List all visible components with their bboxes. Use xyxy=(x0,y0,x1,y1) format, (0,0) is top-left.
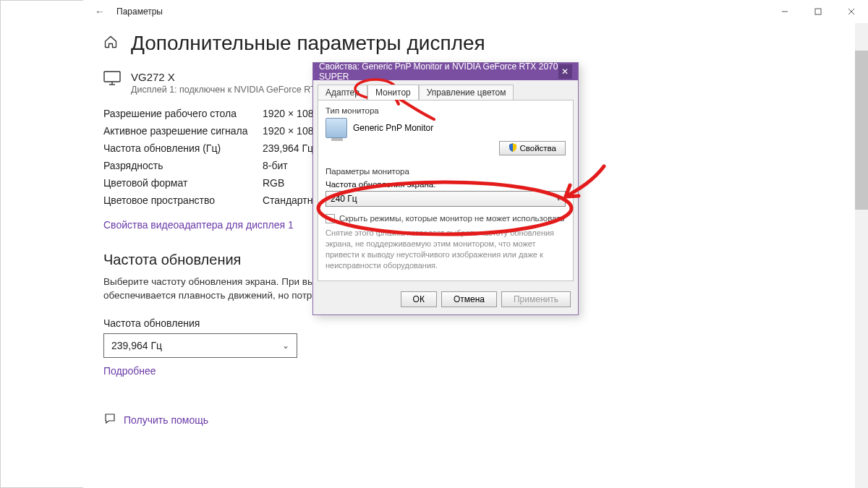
minimize-button[interactable] xyxy=(768,0,801,23)
info-label: Разрядность xyxy=(103,160,263,171)
monitor-icon xyxy=(103,71,121,95)
page-title: Дополнительные параметры дисплея xyxy=(131,32,485,55)
tab-adapter[interactable]: Адаптер xyxy=(318,85,367,100)
info-value: 1920 × 1080 xyxy=(263,108,319,119)
info-value: RGB xyxy=(263,177,284,189)
monitor-params-group: Параметры монитора xyxy=(326,167,566,176)
dialog-close-button[interactable]: ✕ xyxy=(558,64,572,79)
device-properties-button[interactable]: Свойства xyxy=(499,141,566,155)
hide-modes-hint: Снятие этого флажка позволяет выбрать ча… xyxy=(326,228,566,270)
chat-bubble-icon xyxy=(103,412,116,428)
tab-color-management[interactable]: Управление цветом xyxy=(419,85,514,100)
back-button[interactable]: ← xyxy=(83,6,116,17)
info-value: 1920 × 1080 xyxy=(263,125,319,137)
apply-button[interactable]: Применить xyxy=(501,291,571,307)
monitor-device-icon xyxy=(326,118,347,138)
settings-titlebar: ← Параметры xyxy=(83,0,868,23)
dropdown-arrow-icon: ▾ xyxy=(557,195,561,202)
get-help-link[interactable]: Получить помощь xyxy=(124,414,208,426)
ok-button[interactable]: ОК xyxy=(401,291,437,307)
screen-refresh-dropdown[interactable]: 240 Гц ▾ xyxy=(326,191,566,207)
info-label: Частота обновления (Гц) xyxy=(103,142,263,154)
more-link[interactable]: Подробнее xyxy=(103,365,156,377)
tab-monitor[interactable]: Монитор xyxy=(367,85,419,100)
monitor-type-group: Тип монитора xyxy=(326,106,566,115)
info-value: 8-бит xyxy=(263,160,288,171)
screen-refresh-label: Частота обновления экрана: xyxy=(326,180,566,189)
info-label: Разрешение рабочего стола xyxy=(103,108,263,119)
monitor-device-name: Generic PnP Monitor xyxy=(353,123,433,133)
chevron-down-icon: ⌄ xyxy=(282,341,289,351)
svg-rect-1 xyxy=(815,9,821,14)
info-label: Активное разрешение сигнала xyxy=(103,125,263,137)
refresh-rate-combo[interactable]: 239,964 Гц ⌄ xyxy=(103,333,297,358)
refresh-combo-value: 239,964 Гц xyxy=(111,340,162,351)
screen-refresh-value: 240 Гц xyxy=(331,194,357,204)
refresh-combo-label: Частота обновления xyxy=(103,317,832,329)
info-label: Цветовой формат xyxy=(103,177,263,189)
info-value: 239,964 Гц xyxy=(263,142,313,154)
hide-modes-label: Скрыть режимы, которые монитор не может … xyxy=(339,214,565,223)
info-label: Цветовое пространство xyxy=(103,194,263,206)
uac-shield-icon xyxy=(509,143,517,153)
monitor-properties-dialog: Свойства: Generic PnP Monitor и NVIDIA G… xyxy=(312,62,579,315)
hide-modes-checkbox[interactable] xyxy=(326,214,335,223)
scrollbar-thumb[interactable] xyxy=(855,51,868,210)
close-button[interactable] xyxy=(835,0,868,23)
cancel-button[interactable]: Отмена xyxy=(441,291,497,307)
window-title: Параметры xyxy=(116,7,163,17)
maximize-button[interactable] xyxy=(801,0,835,23)
home-icon[interactable] xyxy=(103,35,118,52)
svg-rect-4 xyxy=(104,72,120,82)
dialog-titlebar[interactable]: Свойства: Generic PnP Monitor и NVIDIA G… xyxy=(313,63,578,80)
adapter-properties-link[interactable]: Свойства видеоадаптера для дисплея 1 xyxy=(103,219,294,231)
dialog-title: Свойства: Generic PnP Monitor и NVIDIA G… xyxy=(319,61,558,82)
